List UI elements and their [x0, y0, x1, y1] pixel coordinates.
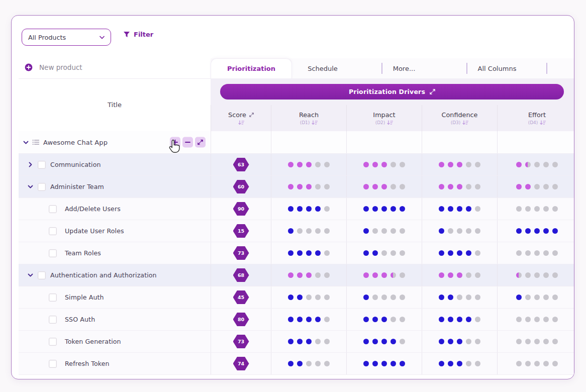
rating-cell-confidence[interactable] [422, 198, 497, 220]
row-checkbox[interactable] [38, 271, 46, 279]
rating-cell-confidence[interactable] [422, 331, 497, 352]
rating-cell-confidence[interactable] [422, 286, 497, 308]
rating-cell-impact[interactable] [346, 242, 422, 264]
rating-cell-impact[interactable] [346, 331, 422, 352]
rating-cell-effort[interactable] [497, 264, 574, 286]
rating-cell-impact[interactable] [346, 176, 422, 198]
chevron-right-icon[interactable] [28, 162, 33, 167]
rating-dot [466, 272, 471, 278]
column-header-score[interactable]: Score [211, 105, 271, 131]
rating-cell-impact[interactable] [346, 286, 422, 308]
tab-schedule[interactable]: Schedule [299, 58, 347, 78]
new-product-button[interactable]: New product [25, 63, 82, 71]
row-checkbox[interactable] [49, 205, 57, 213]
rating-cell-confidence[interactable] [422, 264, 497, 286]
rating-cell-reach[interactable] [271, 131, 346, 153]
column-header-confidence[interactable]: Confidence (D3) [422, 105, 497, 131]
row-checkbox[interactable] [49, 360, 57, 368]
rating-cell-effort[interactable] [497, 220, 574, 242]
rating-cell-impact[interactable] [346, 198, 422, 220]
rating-cell-reach[interactable] [271, 264, 346, 286]
remove-button[interactable] [182, 137, 193, 148]
tab-all-columns[interactable]: All Columns [469, 58, 525, 78]
tab-more[interactable]: More... [381, 58, 427, 78]
rating-cell-reach[interactable] [271, 286, 346, 308]
score-badge[interactable]: 90 [233, 202, 249, 216]
table-row[interactable]: Update User Roles15 [19, 220, 574, 242]
row-checkbox[interactable] [49, 293, 57, 302]
score-badge[interactable]: 45 [233, 290, 249, 304]
row-checkbox[interactable] [38, 161, 46, 169]
table-row[interactable]: Refresh Token74 [19, 353, 574, 375]
prioritization-drivers-button[interactable]: Prioritization Drivers [220, 84, 564, 100]
rating-cell-reach[interactable] [271, 353, 346, 374]
rating-cell-effort[interactable] [497, 154, 574, 175]
score-badge[interactable]: 60 [233, 180, 249, 193]
row-hover-actions [170, 137, 206, 148]
rating-cell-confidence[interactable] [422, 309, 497, 330]
chevron-down-icon[interactable] [28, 272, 33, 278]
rating-cell-effort[interactable] [497, 242, 574, 264]
row-checkbox[interactable] [49, 316, 57, 324]
expand-button[interactable] [195, 137, 206, 148]
table-row[interactable]: Token Generation73 [19, 331, 574, 353]
score-badge[interactable]: 63 [233, 158, 249, 171]
rating-cell-effort[interactable] [497, 309, 574, 330]
column-header-impact[interactable]: Impact (D2) [346, 105, 422, 131]
rating-cell-reach[interactable] [271, 198, 346, 220]
rating-cell-confidence[interactable] [422, 131, 497, 153]
score-badge[interactable]: 74 [233, 357, 249, 370]
rating-cell-confidence[interactable] [422, 220, 497, 242]
table-row[interactable]: Authentication and Authorization68 [19, 264, 574, 286]
score-badge[interactable]: 15 [233, 224, 249, 238]
rating-cell-reach[interactable] [271, 309, 346, 330]
rating-cell-reach[interactable] [271, 154, 346, 175]
rating-cell-effort[interactable] [497, 176, 574, 198]
rating-cell-impact[interactable] [346, 353, 422, 374]
add-child-button[interactable] [170, 137, 180, 148]
filter-button[interactable]: Filter [123, 31, 153, 38]
rating-cell-reach[interactable] [271, 331, 346, 352]
row-checkbox[interactable] [38, 183, 46, 191]
score-badge[interactable]: 68 [233, 268, 249, 282]
rating-cell-impact[interactable] [346, 154, 422, 175]
column-header-reach[interactable]: Reach (D1) [271, 105, 346, 131]
rating-cell-reach[interactable] [271, 176, 346, 198]
score-badge[interactable]: 73 [233, 335, 249, 348]
rating-cell-effort[interactable] [497, 353, 574, 374]
rating-cell-impact[interactable] [346, 220, 422, 242]
rating-cell-effort[interactable] [497, 131, 574, 153]
rating-cell-effort[interactable] [497, 331, 574, 352]
title-column-header: Title [19, 101, 211, 109]
column-header-effort[interactable]: Effort (D4) [497, 105, 574, 131]
chevron-down-icon[interactable] [28, 184, 33, 189]
product-row[interactable]: Awesome Chat App [19, 131, 574, 154]
rating-dot [543, 184, 549, 189]
products-dropdown[interactable]: All Products [22, 29, 111, 46]
rating-dot [363, 228, 369, 234]
rating-cell-impact[interactable] [346, 309, 422, 330]
rating-cell-confidence[interactable] [422, 353, 497, 374]
rating-cell-impact[interactable] [346, 131, 422, 153]
rating-cell-confidence[interactable] [422, 242, 497, 264]
rating-cell-effort[interactable] [497, 198, 574, 220]
row-checkbox[interactable] [49, 227, 57, 235]
rating-cell-impact[interactable] [346, 264, 422, 286]
table-row[interactable]: Team Roles73 [19, 242, 574, 264]
table-row[interactable]: Add/Delete Users90 [19, 198, 574, 220]
score-badge[interactable]: 80 [233, 313, 249, 326]
rating-cell-confidence[interactable] [422, 154, 497, 175]
tab-prioritization[interactable]: Prioritization [211, 58, 292, 78]
rating-cell-reach[interactable] [271, 242, 346, 264]
rating-cell-effort[interactable] [497, 286, 574, 308]
rating-cell-confidence[interactable] [422, 176, 497, 198]
table-row[interactable]: SSO Auth80 [19, 309, 574, 331]
chevron-down-icon[interactable] [23, 140, 29, 145]
rating-cell-reach[interactable] [271, 220, 346, 242]
table-row[interactable]: Simple Auth45 [19, 286, 574, 309]
table-row[interactable]: Administer Team60 [19, 176, 574, 198]
table-row[interactable]: Communication63 [19, 154, 574, 176]
score-badge[interactable]: 73 [233, 246, 249, 260]
row-checkbox[interactable] [49, 249, 57, 257]
row-checkbox[interactable] [49, 338, 57, 346]
